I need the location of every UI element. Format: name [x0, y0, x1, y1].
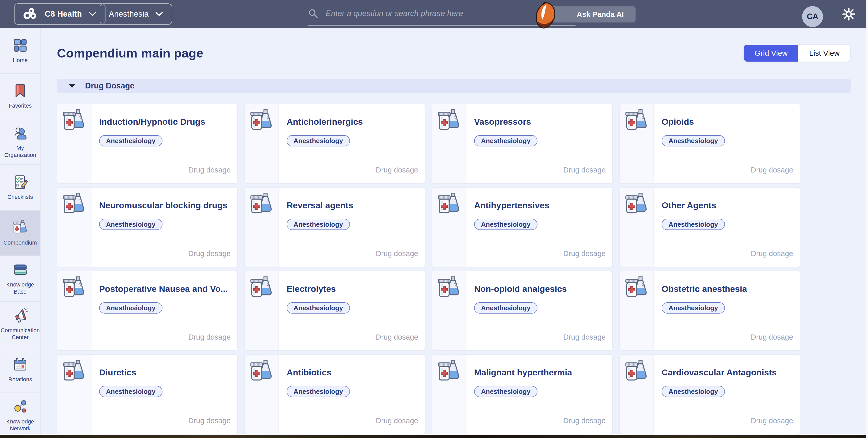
sidebar-item-rotations[interactable]: Rotations [0, 347, 40, 393]
card-body: AntihypertensivesAnesthesiologyDrug dosa… [466, 187, 612, 267]
sidebar-item-label: Home [13, 57, 28, 64]
card-category-label: Drug dosage [188, 416, 231, 425]
card-category-label: Drug dosage [751, 250, 793, 258]
compendium-card[interactable]: ElectrolytesAnesthesiologyDrug dosage [244, 271, 425, 351]
card-body: Malignant hyperthermiaAnesthesiologyDrug… [466, 355, 612, 434]
sidebar-item-communication-center[interactable]: Communication Center [0, 302, 40, 347]
chevron-down-icon [155, 12, 163, 17]
sidebar-item-favorites[interactable]: Favorites [0, 74, 40, 119]
rotations-icon [12, 357, 28, 373]
medicine-bottle-flask-icon [62, 109, 86, 131]
card-icon-strip [245, 187, 279, 267]
specialty-badge: Anesthesiology [474, 386, 537, 397]
medicine-bottle-flask-icon [62, 276, 86, 298]
card-category-label: Drug dosage [188, 166, 231, 174]
ask-panda-ai-button[interactable]: Ask Panda AI [552, 6, 636, 23]
compendium-card[interactable]: Cardiovascular AntagonistsAnesthesiology… [619, 354, 800, 434]
compendium-card[interactable]: VasopressorsAnesthesiologyDrug dosage [432, 104, 613, 183]
compendium-card[interactable]: OpioidsAnesthesiologyDrug dosage [619, 104, 800, 183]
org-dropdown[interactable]: C8 Health [14, 3, 105, 25]
search-input[interactable] [326, 9, 576, 18]
search-icon [308, 8, 318, 19]
sidebar-item-knowledge-base[interactable]: Knowledge Base [0, 256, 40, 301]
sidebar-item-label: Knowledge Network [1, 418, 39, 432]
checklists-icon [12, 174, 28, 190]
specialty-badge: Anesthesiology [99, 135, 162, 146]
sidebar-item-my-organization[interactable]: My Organization [0, 119, 40, 165]
card-category-label: Drug dosage [376, 416, 418, 425]
compendium-card[interactable]: Other AgentsAnesthesiologyDrug dosage [619, 187, 800, 267]
compendium-card[interactable]: AntibioticsAnesthesiologyDrug dosage [244, 354, 425, 434]
sidebar-item-label: Rotations [8, 376, 32, 383]
card-body: Non-opioid analgesicsAnesthesiologyDrug … [466, 271, 612, 350]
card-title: Electrolytes [287, 284, 415, 294]
card-title: Opioids [661, 117, 790, 127]
card-body: Obstetric anesthesiaAnesthesiologyDrug d… [654, 271, 800, 350]
card-icon-strip [432, 355, 466, 434]
sidebar-item-knowledge-network[interactable]: Knowledge Network [0, 393, 40, 438]
card-title: Cardiovascular Antagonists [661, 368, 790, 377]
card-icon-strip [57, 187, 91, 267]
main-content: Compendium main page Grid View List View… [41, 28, 868, 438]
compendium-card[interactable]: Postoperative Nausea and Vo...Anesthesio… [57, 271, 238, 351]
specialty-badge: Anesthesiology [661, 135, 725, 146]
user-avatar[interactable]: CA [802, 6, 823, 27]
compendium-card[interactable]: DiureticsAnesthesiologyDrug dosage [57, 354, 238, 434]
context-dropdown[interactable]: Anesthesia [100, 3, 172, 25]
view-toggle: Grid View List View [744, 45, 850, 62]
card-body: DiureticsAnesthesiologyDrug dosage [91, 355, 237, 434]
list-view-button[interactable]: List View [798, 45, 850, 62]
grid-view-button[interactable]: Grid View [744, 45, 799, 62]
specialty-badge: Anesthesiology [474, 135, 537, 146]
c8-health-logo-icon [23, 8, 38, 21]
medicine-bottle-flask-icon [437, 276, 461, 298]
app-window: C8 Health Anesthesia [0, 0, 868, 438]
title-row: Compendium main page Grid View List View [57, 45, 850, 62]
card-title: Reversal agents [287, 200, 415, 210]
card-title: Obstetric anesthesia [661, 284, 790, 294]
card-title: Vasopressors [474, 117, 603, 127]
search-bar [308, 2, 576, 26]
card-body: AnticholerinergicsAnesthesiologyDrug dos… [279, 104, 425, 183]
section-title: Drug Dosage [85, 81, 134, 90]
section-header-drug-dosage[interactable]: Drug Dosage [57, 79, 850, 93]
specialty-badge: Anesthesiology [474, 302, 537, 314]
card-body: Other AgentsAnesthesiologyDrug dosage [654, 187, 800, 267]
card-title: Neuromuscular blocking drugs [99, 200, 228, 210]
vertical-scrollbar[interactable] [866, 0, 868, 438]
card-body: VasopressorsAnesthesiologyDrug dosage [466, 104, 612, 183]
knowledge-network-icon [12, 399, 28, 415]
card-icon-strip [245, 271, 279, 350]
specialty-badge: Anesthesiology [474, 219, 537, 230]
card-category-label: Drug dosage [188, 250, 231, 258]
compendium-card[interactable]: AntihypertensivesAnesthesiologyDrug dosa… [432, 187, 613, 267]
compendium-card[interactable]: Non-opioid analgesicsAnesthesiologyDrug … [432, 271, 613, 351]
card-icon-strip [245, 104, 279, 183]
favorites-icon [12, 83, 28, 99]
specialty-badge: Anesthesiology [99, 386, 162, 397]
sidebar-nav: HomeFavoritesMy OrganizationChecklistsCo… [0, 28, 41, 438]
compendium-card[interactable]: Reversal agentsAnesthesiologyDrug dosage [244, 187, 425, 267]
medicine-bottle-flask-icon [624, 276, 649, 298]
compendium-card[interactable]: Malignant hyperthermiaAnesthesiologyDrug… [432, 354, 613, 434]
card-body: Cardiovascular AntagonistsAnesthesiology… [654, 355, 800, 434]
settings-gear-icon[interactable] [841, 7, 856, 22]
sidebar-item-compendium[interactable]: Compendium [0, 210, 40, 256]
medicine-bottle-flask-icon [437, 109, 461, 131]
card-title: Diuretics [99, 368, 228, 377]
compendium-card[interactable]: Obstetric anesthesiaAnesthesiologyDrug d… [619, 271, 800, 351]
compendium-card[interactable]: Neuromuscular blocking drugsAnesthesiolo… [57, 187, 238, 267]
compendium-card[interactable]: AnticholerinergicsAnesthesiologyDrug dos… [244, 104, 425, 183]
medicine-bottle-flask-icon [437, 360, 461, 382]
sidebar-item-checklists[interactable]: Checklists [0, 165, 40, 210]
sidebar-item-label: Favorites [9, 102, 32, 109]
card-title: Postoperative Nausea and Vo... [99, 284, 228, 294]
card-category-label: Drug dosage [376, 333, 418, 342]
card-icon-strip [432, 104, 466, 183]
card-category-label: Drug dosage [751, 416, 793, 425]
specialty-badge: Anesthesiology [287, 302, 350, 314]
sidebar-item-home[interactable]: Home [0, 28, 40, 74]
compendium-card[interactable]: Induction/Hypnotic DrugsAnesthesiologyDr… [57, 104, 238, 183]
context-dropdown-label: Anesthesia [109, 9, 149, 19]
sidebar-item-label: Communication Center [1, 327, 40, 341]
